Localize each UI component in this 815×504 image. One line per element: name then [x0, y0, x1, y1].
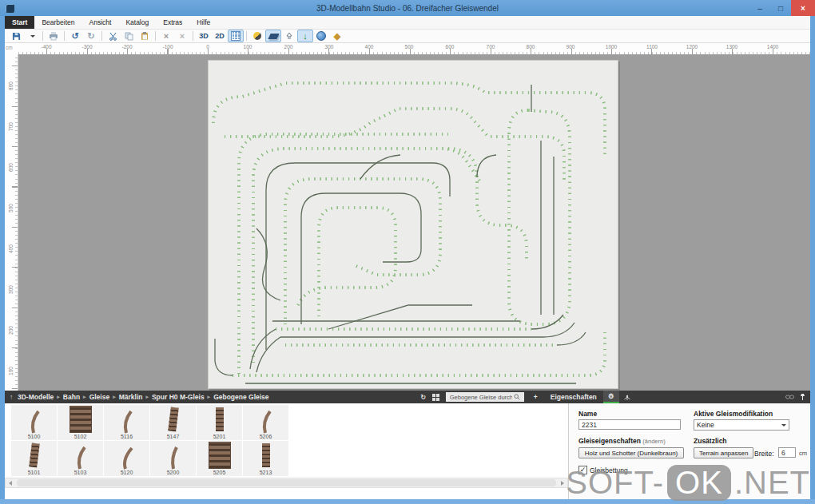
catalog-panel: 5100 5102 5116 5147 5201 [5, 403, 568, 499]
breadcrumb-item[interactable]: Gleise [89, 393, 110, 401]
menu-bearbeiten[interactable]: Bearbeiten [34, 16, 82, 29]
menu-katalog[interactable]: Katalog [118, 16, 156, 29]
terrain-button[interactable]: Terrain anpassen [694, 447, 753, 458]
catalog-item[interactable]: 5101 [11, 441, 57, 476]
watermark: SOFT- OK .NET [566, 465, 810, 501]
tab-gizmo[interactable] [619, 391, 635, 403]
breadcrumb-item[interactable]: Bahn [63, 393, 80, 401]
snap-toggle-button[interactable]: ↓ [297, 30, 313, 42]
grid-toggle-button[interactable] [228, 30, 244, 42]
track-thumbnail-sleepers-wide [70, 406, 92, 433]
print-button[interactable] [46, 30, 62, 42]
canvas-workspace[interactable]: 800 700 600 500 400 300 200 100 [5, 54, 810, 391]
name-input[interactable]: 2231 [578, 419, 681, 430]
view-mode-button[interactable] [430, 391, 443, 403]
track-props-label: Gleiseigenschaften [578, 437, 641, 445]
track-thumbnail-sleepers-straight [262, 443, 270, 467]
track-props-change-link[interactable]: (ändern) [642, 438, 665, 445]
cut-button[interactable] [105, 30, 121, 42]
breadcrumb-item[interactable]: Gebogene Gleise [213, 393, 268, 401]
tab-eigenschaften[interactable]: Eigenschaften [544, 391, 603, 403]
catalog-scrollbar[interactable] [5, 478, 568, 488]
track-plan-board[interactable] [208, 60, 618, 389]
save-button[interactable] [8, 30, 24, 42]
move-mode-button[interactable] [281, 30, 297, 42]
tab-settings[interactable]: ⚙ [603, 391, 619, 403]
breadcrumb-item[interactable]: Spur H0 M-Gleis [152, 393, 205, 401]
ruler-label: 200 [8, 326, 14, 335]
ruler-label: 300 [8, 285, 14, 295]
catalog-search[interactable] [446, 392, 524, 402]
axes-gizmo-icon [623, 393, 631, 401]
ruler-label: 900 [567, 44, 575, 50]
track-thumbnail-sleepers-straight [216, 407, 224, 431]
title-bar: 3D-Modellbahn Studio - 06. Dreifacher Gl… [0, 0, 815, 16]
layer-toggle-button[interactable] [265, 30, 281, 42]
refresh-button[interactable]: ↻ [417, 391, 430, 403]
ruler-label: 1100 [646, 44, 658, 50]
layer-icon [268, 34, 279, 39]
catalog-item-id: 5100 [11, 434, 57, 439]
catalog-item[interactable]: 5120 [104, 441, 149, 476]
link-panel-button[interactable] [783, 391, 796, 403]
redo-button[interactable]: ↻ [83, 30, 99, 42]
name-label: Name [578, 410, 597, 418]
ruler-label: 0 [206, 44, 209, 50]
scrollbar-thumb[interactable] [17, 479, 556, 486]
catalog-navigation-bar: ↑ 3D-Modelle ▸ Bahn ▸ Gleise ▸ Märklin ▸… [5, 391, 810, 403]
ruler-label: 200 [284, 44, 293, 50]
breadcrumb-item[interactable]: Märklin [119, 393, 143, 401]
search-input[interactable] [448, 393, 514, 402]
catalog-item[interactable]: 5213 [243, 441, 288, 476]
catalog-item[interactable]: 5103 [58, 441, 103, 476]
delete-selection-button[interactable]: × [158, 30, 174, 42]
menu-start[interactable]: Start [5, 16, 34, 29]
catalog-item[interactable]: 5100 [11, 405, 57, 440]
scroll-left-button[interactable] [6, 481, 15, 486]
ruler-label: 1200 [686, 44, 698, 50]
menu-ansicht[interactable]: Ansicht [82, 16, 119, 29]
gem-button[interactable]: ◆ [329, 30, 345, 42]
width-input[interactable]: 6 [778, 447, 796, 458]
catalog-item[interactable]: 5201 [197, 405, 242, 440]
navigate-up-button[interactable]: ↑ [5, 391, 18, 403]
scroll-right-icon [561, 481, 564, 486]
ruler-label: 1300 [726, 44, 737, 50]
save-dropdown-button[interactable] [24, 30, 40, 42]
watermark-part1: SOFT- [566, 465, 664, 501]
catalog-item-id: 5205 [197, 470, 242, 475]
view-2d-button[interactable]: 2D [212, 30, 228, 42]
modification-select[interactable]: Keine [694, 419, 789, 431]
paste-button[interactable] [137, 30, 153, 42]
catalog-item[interactable]: 5206 [243, 405, 288, 440]
catalog-item[interactable]: 5102 [58, 405, 103, 440]
daylight-toggle-button[interactable] [249, 30, 265, 42]
catalog-item-id: 5201 [197, 434, 242, 439]
breadcrumb-item[interactable]: 3D-Modelle [18, 393, 54, 401]
catalog-item[interactable]: 5116 [104, 405, 149, 440]
arrow-down-icon: ↓ [303, 32, 308, 40]
ruler-label: 1000 [606, 44, 617, 50]
pin-panel-button[interactable] [796, 391, 809, 403]
ruler-label: 800 [8, 81, 14, 91]
watermark-part2: OK [667, 465, 731, 501]
material-button[interactable]: Holz und Schotter (Dunkelbraun) [578, 447, 684, 458]
link-icon [785, 394, 794, 400]
track-rails [213, 83, 605, 383]
copy-button[interactable] [121, 30, 137, 42]
add-tab-button[interactable]: + [527, 391, 544, 403]
globe-button[interactable] [313, 30, 329, 42]
track-thumbnail-curved [18, 409, 50, 436]
catalog-item[interactable]: 5200 [150, 441, 196, 476]
delete-all-button[interactable]: × [174, 30, 190, 42]
menu-extras[interactable]: Extras [156, 16, 189, 29]
ruler-horizontal: cm -400 -300 -200 -100 0 100 200 300 400… [5, 43, 810, 55]
ruler-label: 400 [365, 44, 374, 50]
toolbar: ↺ ↻ × × 3D 2D ↓ ◆ [5, 30, 810, 43]
catalog-item-id: 5206 [243, 434, 288, 439]
undo-button[interactable]: ↺ [67, 30, 83, 42]
view-3d-button[interactable]: 3D [196, 30, 212, 42]
catalog-item[interactable]: 5147 [150, 405, 196, 440]
catalog-item[interactable]: 5205 [197, 441, 242, 476]
menu-hilfe[interactable]: Hilfe [189, 16, 217, 29]
